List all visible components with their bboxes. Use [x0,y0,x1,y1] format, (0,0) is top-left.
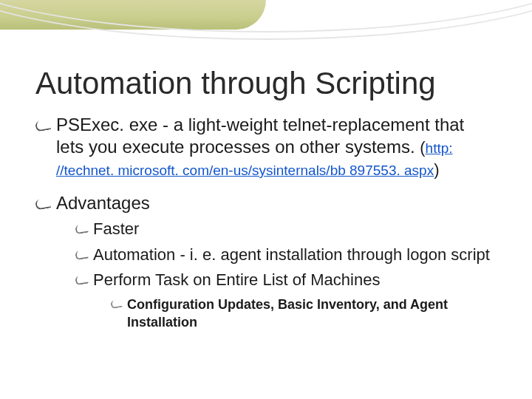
paren-close: ) [434,160,439,179]
bullet-sublist: Faster Automation - i. e. agent installa… [56,219,497,331]
sub-bullet-text: Perform Task on Entire List of Machines [93,270,380,289]
subsub-bullet-item: Configuration Updates, Basic Inventory, … [111,296,497,332]
bullet-subsublist: Configuration Updates, Basic Inventory, … [93,296,497,332]
bullet-text: PSExec. exe - a light-weight telnet-repl… [56,115,464,157]
bullet-item: PSExec. exe - a light-weight telnet-repl… [35,114,497,180]
sub-bullet-item: Faster [75,219,497,240]
sub-bullet-item: Perform Task on Entire List of Machines … [75,270,497,331]
bullet-list: PSExec. exe - a light-weight telnet-repl… [35,114,497,331]
sub-bullet-text: Automation - i. e. agent installation th… [93,245,490,264]
subsub-bullet-text: Configuration Updates, Basic Inventory, … [127,297,448,330]
bullet-item: Advantages Faster Automation - i. e. age… [35,192,497,331]
sub-bullet-item: Automation - i. e. agent installation th… [75,245,497,266]
sub-bullet-text: Faster [93,219,139,238]
slide-title: Automation through Scripting [35,66,497,100]
bullet-text: Advantages [56,193,150,213]
paren-open: ( [420,138,425,157]
slide-content: Automation through Scripting PSExec. exe… [0,0,532,399]
